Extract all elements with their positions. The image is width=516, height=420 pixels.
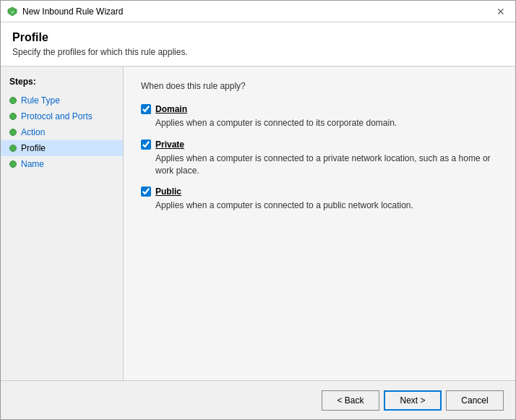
- step-dot-profile: [9, 145, 17, 152]
- close-button[interactable]: ✕: [492, 3, 509, 20]
- sidebar-item-profile[interactable]: Profile: [1, 140, 123, 156]
- sidebar-item-rule-type[interactable]: Rule Type: [1, 93, 123, 108]
- back-button[interactable]: < Back: [322, 390, 379, 411]
- domain-option: Domain Applies when a computer is connec…: [141, 104, 498, 129]
- page-subtitle: Specify the profiles for which this rule…: [12, 47, 504, 57]
- steps-label: Steps:: [1, 74, 123, 93]
- step-dot-action: [9, 129, 17, 136]
- sidebar-item-protocol-ports[interactable]: Protocol and Ports: [1, 108, 123, 124]
- public-checkbox-wrapper[interactable]: [141, 187, 151, 197]
- private-option-header: Private: [141, 140, 498, 150]
- sidebar-item-name[interactable]: Name: [1, 156, 123, 172]
- sidebar-label-rule-type: Rule Type: [21, 95, 60, 106]
- svg-text:✓: ✓: [11, 9, 14, 14]
- private-label: Private: [155, 140, 184, 150]
- domain-label: Domain: [155, 104, 187, 114]
- cancel-button[interactable]: Cancel: [446, 390, 504, 411]
- domain-checkbox-wrapper[interactable]: [141, 104, 151, 114]
- public-checkbox[interactable]: [141, 187, 151, 197]
- sidebar-label-action: Action: [21, 127, 45, 137]
- step-dot-protocol-ports: [9, 113, 17, 120]
- page-title: Profile: [12, 31, 504, 44]
- domain-description: Applies when a computer is connected to …: [155, 117, 498, 129]
- step-dot-rule-type: [9, 97, 17, 104]
- domain-option-header: Domain: [141, 104, 498, 114]
- sidebar-label-name: Name: [21, 159, 44, 169]
- sidebar-label-protocol-ports: Protocol and Ports: [21, 111, 93, 121]
- steps-sidebar: Steps: Rule Type Protocol and Ports Acti…: [1, 67, 124, 380]
- page-header: Profile Specify the profiles for which t…: [1, 22, 515, 67]
- sidebar-item-action[interactable]: Action: [1, 124, 123, 140]
- wizard-window: ✓ New Inbound Rule Wizard ✕ Profile Spec…: [0, 0, 516, 420]
- main-panel: When does this rule apply? Domain Applie…: [124, 67, 515, 380]
- app-icon: ✓: [7, 6, 18, 17]
- private-checkbox-wrapper[interactable]: [141, 140, 151, 150]
- question-text: When does this rule apply?: [141, 81, 498, 91]
- private-option: Private Applies when a computer is conne…: [141, 140, 498, 177]
- next-button[interactable]: Next >: [384, 390, 442, 411]
- public-label: Public: [155, 187, 181, 197]
- step-dot-name: [9, 160, 17, 168]
- private-checkbox[interactable]: [141, 140, 151, 150]
- domain-checkbox[interactable]: [141, 104, 151, 114]
- footer: < Back Next > Cancel: [1, 380, 515, 419]
- private-description: Applies when a computer is connected to …: [155, 153, 498, 177]
- titlebar: ✓ New Inbound Rule Wizard ✕: [1, 1, 515, 22]
- public-option-header: Public: [141, 187, 498, 197]
- public-description: Applies when a computer is connected to …: [155, 200, 498, 212]
- content-area: Steps: Rule Type Protocol and Ports Acti…: [1, 67, 515, 380]
- sidebar-label-profile: Profile: [21, 143, 46, 153]
- public-option: Public Applies when a computer is connec…: [141, 187, 498, 212]
- titlebar-title: New Inbound Rule Wizard: [22, 7, 492, 17]
